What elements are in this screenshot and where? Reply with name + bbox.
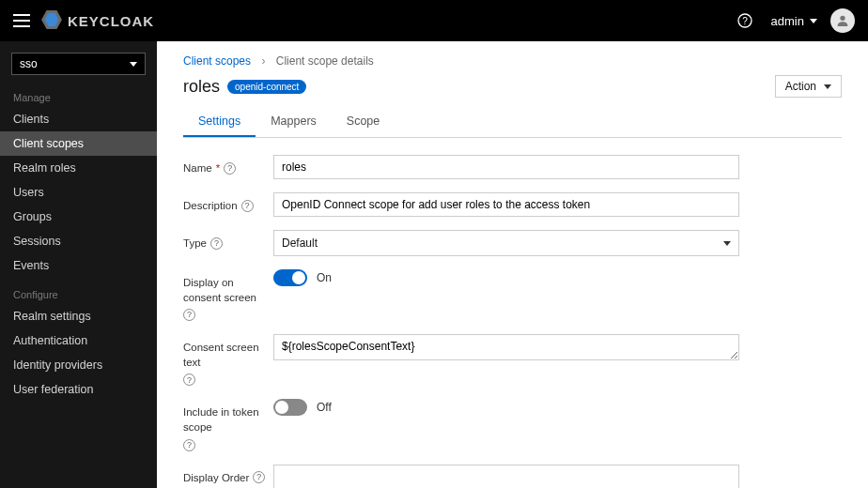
sidebar-item-identity-providers[interactable]: Identity providers [0, 353, 157, 377]
tabs: SettingsMappersScope [183, 107, 842, 138]
action-label: Action [785, 80, 816, 93]
sidebar: sso ManageClientsClient scopesRealm role… [0, 41, 157, 488]
realm-selector[interactable]: sso [11, 53, 146, 75]
display-consent-toggle[interactable] [273, 269, 307, 286]
chevron-right-icon: › [261, 54, 265, 68]
breadcrumb-current: Client scope details [276, 54, 374, 68]
breadcrumb: Client scopes › Client scope details [183, 54, 842, 68]
help-icon[interactable]: ? [241, 200, 254, 212]
sidebar-item-clients[interactable]: Clients [0, 107, 157, 131]
user-menu[interactable]: admin [771, 14, 817, 28]
chevron-down-icon [810, 19, 817, 23]
display-order-label: Display Order [183, 470, 249, 485]
sidebar-item-user-federation[interactable]: User federation [0, 377, 157, 402]
consent-text-input[interactable] [273, 334, 739, 360]
brand-text: KEYCLOAK [68, 13, 154, 29]
type-value: Default [282, 236, 318, 250]
action-dropdown[interactable]: Action [775, 75, 842, 98]
sidebar-item-events[interactable]: Events [0, 253, 157, 278]
brand: KEYCLOAK [41, 10, 154, 32]
include-token-toggle[interactable] [273, 399, 307, 416]
user-name: admin [771, 14, 804, 28]
tab-scope[interactable]: Scope [332, 107, 395, 137]
tab-settings[interactable]: Settings [183, 107, 256, 137]
tab-mappers[interactable]: Mappers [256, 107, 332, 137]
protocol-badge: openid-connect [227, 80, 306, 94]
keycloak-logo-icon [41, 10, 62, 32]
display-consent-state: On [317, 271, 332, 284]
help-icon[interactable]: ? [737, 13, 752, 28]
help-icon[interactable]: ? [210, 237, 223, 250]
breadcrumb-parent[interactable]: Client scopes [183, 54, 251, 68]
svg-point-4 [840, 16, 845, 21]
include-token-state: Off [317, 401, 332, 414]
chevron-down-icon [130, 62, 137, 67]
sidebar-item-client-scopes[interactable]: Client scopes [0, 131, 157, 156]
required-indicator: * [216, 160, 220, 175]
sidebar-item-sessions[interactable]: Sessions [0, 229, 157, 253]
main-content: Client scopes › Client scope details rol… [157, 41, 868, 488]
help-icon[interactable]: ? [183, 374, 195, 386]
nav-group-title: Configure [0, 278, 157, 304]
avatar[interactable] [830, 8, 855, 33]
description-input[interactable] [273, 192, 739, 217]
help-icon[interactable]: ? [224, 162, 236, 175]
chevron-down-icon [723, 241, 731, 246]
nav-group-title: Manage [0, 81, 157, 107]
chevron-down-icon [824, 84, 831, 89]
sidebar-item-users[interactable]: Users [0, 180, 157, 205]
help-icon[interactable]: ? [183, 309, 195, 321]
sidebar-item-groups[interactable]: Groups [0, 205, 157, 229]
type-label: Type [183, 236, 207, 251]
svg-text:?: ? [742, 16, 748, 26]
type-select[interactable]: Default [273, 230, 739, 256]
description-label: Description [183, 198, 238, 213]
consent-text-label: Consent screen text [183, 340, 273, 370]
display-consent-label: Display on consent screen [183, 275, 273, 305]
sidebar-item-realm-settings[interactable]: Realm settings [0, 304, 157, 328]
name-label: Name [183, 160, 212, 175]
topbar: KEYCLOAK ? admin [0, 0, 868, 41]
display-order-input[interactable] [273, 465, 739, 488]
help-icon[interactable]: ? [183, 439, 195, 451]
name-input[interactable] [273, 155, 739, 179]
menu-toggle-icon[interactable] [13, 14, 30, 27]
sidebar-item-realm-roles[interactable]: Realm roles [0, 156, 157, 180]
sidebar-item-authentication[interactable]: Authentication [0, 328, 157, 353]
help-icon[interactable]: ? [253, 471, 265, 483]
page-title: roles [183, 77, 220, 97]
realm-selector-value: sso [20, 57, 38, 70]
include-token-label: Include in token scope [183, 404, 273, 435]
